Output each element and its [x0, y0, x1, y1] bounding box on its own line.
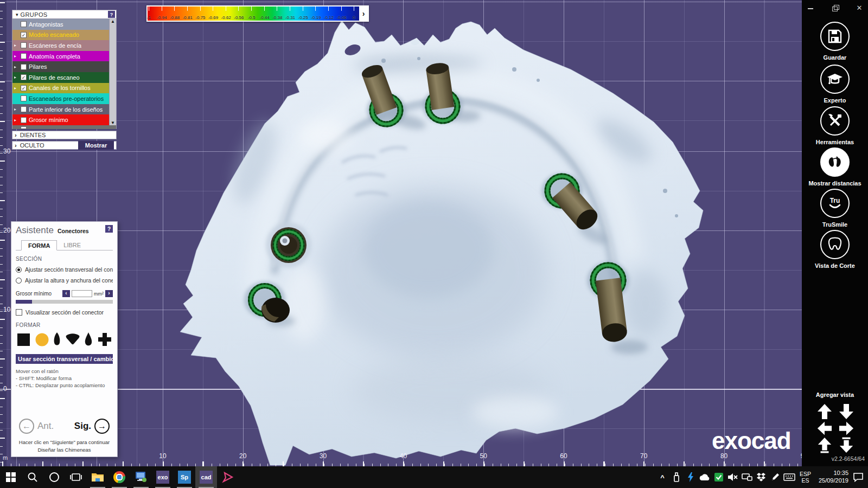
add-view-right-arrow[interactable]: [839, 420, 854, 436]
colorbar-tick-label: -0.75: [195, 15, 205, 20]
shape-circle-icon[interactable]: [35, 333, 49, 346]
close-button[interactable]: ✕: [856, 5, 863, 11]
expand-arrow-icon[interactable]: ▸: [14, 75, 18, 80]
mostrar-button[interactable]: Mostrar: [78, 141, 114, 150]
trusmile-button[interactable]: Tru TruSmile: [802, 189, 868, 228]
scroll-down-icon[interactable]: ▼: [111, 120, 115, 125]
groups-header[interactable]: ▾ GRUPOS ?: [12, 10, 117, 19]
group-checkbox[interactable]: [21, 106, 27, 112]
tab-forma[interactable]: FORMA: [21, 240, 57, 251]
shape-rounded-triangle-icon[interactable]: [66, 333, 80, 345]
remote-pc-button[interactable]: [130, 466, 152, 488]
group-row[interactable]: ▸Escáneres de encía: [12, 40, 116, 51]
group-row[interactable]: ▸Pilares: [12, 61, 116, 72]
wizard-help-button[interactable]: ?: [105, 225, 113, 233]
group-checkbox[interactable]: [21, 64, 27, 70]
language-indicator[interactable]: ESPES: [796, 466, 814, 488]
group-row[interactable]: ✓Modelo escaneado: [12, 30, 116, 41]
dropbox-icon[interactable]: [754, 466, 768, 488]
chrome-button[interactable]: [108, 466, 130, 488]
group-checkbox[interactable]: [21, 42, 27, 48]
guardar-button[interactable]: Guardar: [802, 22, 868, 61]
group-row[interactable]: ▸Anatomía completa: [12, 51, 116, 62]
stepper-increase-button[interactable]: ›: [105, 290, 113, 297]
cortana-button[interactable]: [43, 466, 65, 488]
task-view-button[interactable]: [65, 466, 87, 488]
groups-help-button[interactable]: ?: [108, 11, 115, 18]
3d-viewport[interactable]: 102030405060708090 3020100 m exocad: [0, 0, 868, 466]
expand-arrow-icon[interactable]: ▸: [14, 43, 18, 48]
radio-adjust-height-width[interactable]: Ajustar la altura y anchura del cone: [16, 277, 113, 284]
colorbar-expand-button[interactable]: ›: [359, 7, 368, 21]
restore-button[interactable]: [832, 5, 838, 11]
triangle-app-button[interactable]: [217, 466, 239, 488]
network-display-icon[interactable]: [740, 466, 754, 488]
cad-app-button[interactable]: cad: [195, 466, 217, 488]
group-row[interactable]: ▸✓Canales de los tornillos: [12, 83, 116, 94]
group-checkbox[interactable]: [21, 53, 27, 59]
shape-teardrop-icon[interactable]: [84, 332, 93, 346]
expand-arrow-icon[interactable]: ▸: [14, 54, 18, 59]
add-view-down-arrow[interactable]: [839, 403, 854, 420]
group-checkbox[interactable]: ✓: [21, 74, 27, 80]
taskbar-search-button[interactable]: [22, 466, 43, 488]
group-row-partial[interactable]: [12, 125, 117, 129]
add-view-bottom-arrow[interactable]: [839, 437, 854, 453]
antivirus-check-icon[interactable]: [712, 466, 726, 488]
tray-overflow-button[interactable]: ^: [655, 466, 669, 488]
groups-scrollbar[interactable]: ▲▼: [109, 19, 116, 125]
grosor-slider[interactable]: [16, 300, 113, 304]
group-row[interactable]: Escaneados pre-operatorios: [12, 93, 116, 104]
add-view-top-arrow[interactable]: [817, 437, 832, 453]
pen-icon[interactable]: [768, 466, 782, 488]
start-button[interactable]: [0, 466, 22, 488]
collapse-caret-icon[interactable]: ▾: [16, 12, 18, 17]
group-checkbox[interactable]: ✓: [21, 32, 27, 38]
expand-arrow-icon[interactable]: ▸: [14, 65, 18, 69]
experto-button[interactable]: Experto: [802, 65, 868, 104]
lightning-icon[interactable]: [684, 466, 698, 488]
add-view-up-arrow[interactable]: [817, 403, 832, 420]
expand-arrow-icon[interactable]: ▸: [14, 86, 18, 91]
checkbox-icon[interactable]: [16, 309, 22, 316]
clock[interactable]: 10:35 25/09/2019: [814, 466, 853, 488]
shape-plus-icon[interactable]: [98, 332, 112, 346]
group-row[interactable]: Antagonistas: [12, 19, 116, 30]
tab-libre[interactable]: LIBRE: [57, 240, 87, 250]
exocad-app-button[interactable]: exo: [152, 466, 174, 488]
touch-keyboard-icon[interactable]: [782, 466, 796, 488]
group-row[interactable]: ▸Parte inferior de los diseños: [12, 104, 116, 115]
radio-icon[interactable]: [16, 278, 22, 284]
group-row[interactable]: ▸✓Pilares de escaneo: [12, 72, 116, 83]
add-view-left-arrow[interactable]: [817, 420, 832, 436]
sp-app-button[interactable]: Sp: [174, 466, 195, 488]
radio-icon[interactable]: [16, 267, 22, 273]
radio-adjust-cross-section[interactable]: Ajustar sección transversal del cone: [16, 266, 113, 273]
stepper-decrease-button[interactable]: ‹: [62, 290, 70, 297]
dientes-section-header[interactable]: › DIENTES: [12, 131, 117, 139]
oculto-section-header[interactable]: › OCULTO Mostrar: [12, 141, 117, 150]
mostrar-distancias-button[interactable]: Mostrar distancias: [802, 147, 868, 187]
expand-arrow-icon[interactable]: ▸: [14, 118, 18, 123]
group-checkbox[interactable]: [21, 21, 27, 27]
shape-square-icon[interactable]: [17, 333, 30, 346]
group-checkbox[interactable]: [21, 95, 27, 101]
next-step-button[interactable]: Sig. →: [74, 419, 110, 434]
minimize-button[interactable]: [807, 5, 814, 11]
action-center-button[interactable]: [853, 466, 868, 488]
expand-arrow-icon[interactable]: ▸: [14, 107, 18, 112]
file-explorer-button[interactable]: [87, 466, 108, 488]
herramientas-button[interactable]: Herramientas: [802, 106, 868, 145]
vista-de-corte-button[interactable]: Vista de Corte: [802, 230, 868, 269]
group-checkbox[interactable]: ✓: [21, 85, 27, 91]
volume-muted-icon[interactable]: [726, 466, 740, 488]
onedrive-cloud-icon[interactable]: [698, 466, 712, 488]
visualizar-seccion-checkbox-row[interactable]: Visualizar sección del conector: [16, 309, 113, 316]
group-row[interactable]: ▸Grosor mínimo: [12, 114, 116, 125]
group-checkbox[interactable]: [21, 117, 27, 123]
usb-icon[interactable]: [669, 466, 684, 488]
grosor-minimo-input[interactable]: [72, 290, 92, 297]
shape-drop-narrow-icon[interactable]: [53, 332, 61, 346]
scroll-up-icon[interactable]: ▲: [111, 19, 115, 24]
previous-step-button[interactable]: ← Ant.: [19, 419, 54, 434]
